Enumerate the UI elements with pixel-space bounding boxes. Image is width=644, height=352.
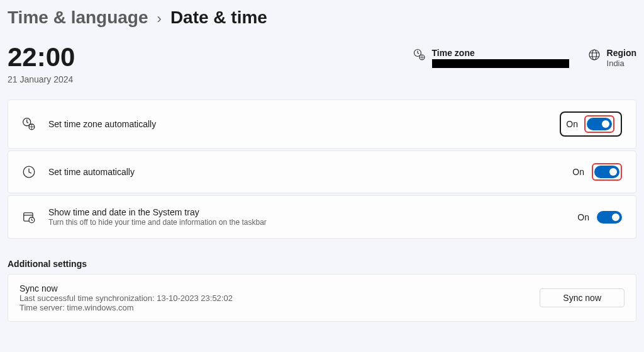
header-row: 22:00 21 January 2024 Time zone Regio [8,44,636,84]
toggle-emphasis: On [560,111,622,137]
timezone-label: Time zone [432,48,569,58]
sync-last: Last successful time synchronization: 13… [19,293,527,303]
toggle-group: On [572,163,622,181]
timezone-info: Time zone [413,44,569,68]
setting-title: Show time and date in the System tray [48,207,565,217]
sync-server: Time server: time.windows.com [19,303,527,312]
breadcrumb-parent[interactable]: Time & language [8,8,148,28]
region-info: Region India [588,44,636,68]
region-label: Region [607,48,636,58]
toggle-group: On [577,211,622,224]
calendar-clock-icon [22,210,36,224]
setting-auto-time: Set time automatically On [8,150,636,193]
setting-title: Set time automatically [48,167,560,177]
sync-card: Sync now Last successful time synchroniz… [8,274,636,322]
toggle-state-label: On [566,119,578,129]
toggle-state-label: On [572,167,584,177]
clock-globe-icon [22,117,36,131]
clock-globe-icon [413,48,426,61]
clock-date: 21 January 2024 [8,74,394,84]
setting-title: Set time zone automatically [48,119,547,129]
svg-point-3 [592,50,596,60]
setting-subtitle: Turn this off to hide your time and date… [48,218,565,227]
clock-time: 22:00 [8,44,394,71]
timezone-value-redacted [432,59,569,68]
clock-block: 22:00 21 January 2024 [8,44,394,84]
chevron-right-icon: › [157,11,162,27]
region-value: India [607,59,636,68]
sync-title: Sync now [19,283,527,293]
breadcrumb-current: Date & time [170,8,267,28]
sync-now-button[interactable]: Sync now [540,288,625,307]
toggle-highlight [584,115,614,133]
setting-system-tray: Show time and date in the System tray Tu… [8,195,636,239]
breadcrumb: Time & language › Date & time [8,8,636,28]
clock-icon [22,165,36,179]
toggle-highlight [592,163,622,181]
toggle-state-label: On [577,212,589,222]
setting-auto-timezone: Set time zone automatically On [8,99,636,149]
system-tray-toggle[interactable] [597,211,622,224]
auto-time-toggle[interactable] [594,166,619,178]
svg-point-2 [589,50,599,60]
additional-settings-heading: Additional settings [8,259,636,269]
globe-icon [588,48,601,61]
auto-timezone-toggle[interactable] [587,118,612,130]
